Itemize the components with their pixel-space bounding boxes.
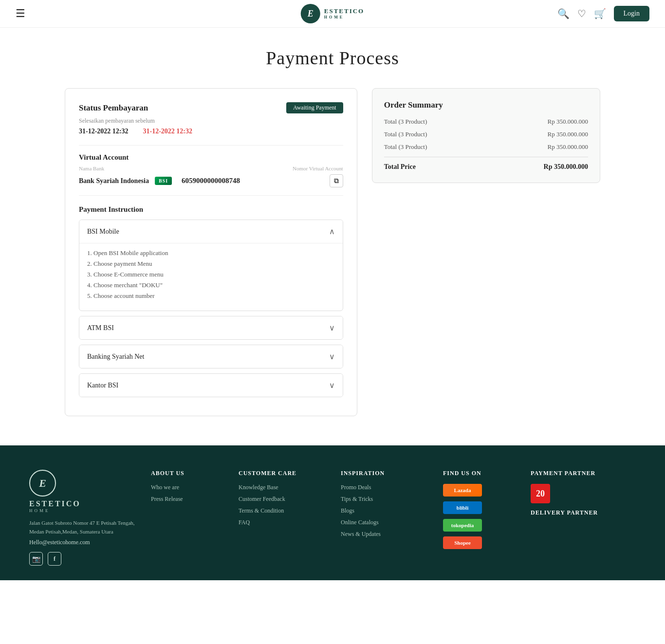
footer-address: Jalan Gatot Subroto Nomor 47 E Petisah T…	[29, 519, 136, 536]
va-label-number: Nomor Virtual Account	[293, 166, 343, 171]
accordion-atm-bsi: ATM BSI ∨	[79, 316, 343, 340]
va-label-bank: Nama Bank	[79, 166, 104, 171]
va-row: Bank Syariah Indonesia BSI 6059000000008…	[79, 174, 343, 187]
deadline-end: 31-12-2022 12:32	[143, 128, 193, 135]
chevron-down-icon-2: ∨	[329, 352, 335, 361]
footer-partners: Payment Partner 20 Delivery Partner	[531, 470, 604, 566]
va-labels: Nama Bank Nomor Virtual Account	[79, 166, 343, 171]
chevron-down-icon: ∨	[329, 323, 335, 332]
accordion-banking-syariah: Banking Syariah Net ∨	[79, 345, 343, 368]
status-subtitle: Selesaikan pembayaran sebelum	[79, 117, 343, 125]
order-summary-panel: Order Summary Total (3 Product) Rp 350.0…	[372, 88, 600, 183]
hamburger-icon[interactable]: ☰	[16, 7, 25, 20]
footer-link-tips-tricks[interactable]: Tips & Tricks	[341, 496, 428, 503]
site-footer: E ESTETICO HOME Jalan Gatot Subroto Nomo…	[0, 445, 665, 580]
payment-partner-logo: 20	[531, 484, 550, 503]
cart-icon[interactable]: 🛒	[594, 8, 606, 19]
step-4: 4. Choose merchant "DOKU"	[87, 281, 335, 289]
accordion-bsi-mobile: BSI Mobile ∧ 1. Open BSI Mobile applicat…	[79, 220, 343, 311]
order-total-row: Total Price Rp 350.000.000	[384, 163, 588, 171]
tokopedia-marketplace[interactable]: tokopedia	[443, 519, 516, 532]
footer-link-blogs[interactable]: Blogs	[341, 507, 428, 515]
accordion-bsi-mobile-body: 1. Open BSI Mobile application 2. Choose…	[79, 243, 343, 311]
logo-text: ESTETICO HOME	[324, 7, 364, 19]
bsi-logo: BSI	[155, 177, 172, 185]
divider-1	[79, 145, 343, 146]
logo-area[interactable]: E ESTETICO HOME	[301, 4, 364, 23]
footer-link-knowledge-base[interactable]: Knowledge Base	[239, 484, 326, 491]
instruction-title: Payment Instruction	[79, 205, 343, 214]
footer-about: ABOUT US Who we are Press Release	[151, 470, 224, 566]
va-title: Virtual Account	[79, 153, 343, 162]
wishlist-icon[interactable]: ♡	[577, 8, 586, 19]
order-row-3-label: Total (3 Product)	[384, 143, 427, 151]
footer-logo-sub: HOME	[29, 508, 136, 513]
accordion-bsi-mobile-label: BSI Mobile	[87, 228, 119, 236]
status-header: Status Pembayaran Awaiting Payment	[79, 102, 343, 113]
status-title: Status Pembayaran	[79, 103, 148, 113]
step-1: 1. Open BSI Mobile application	[87, 249, 335, 257]
footer-delivery-partner-title: Delivery Partner	[531, 509, 604, 516]
footer-link-press-release[interactable]: Press Release	[151, 496, 224, 503]
header-left: ☰	[16, 7, 25, 20]
accordion-atm-bsi-label: ATM BSI	[87, 324, 114, 332]
footer-link-customer-feedback[interactable]: Customer Feedback	[239, 496, 326, 503]
payment-layout: Status Pembayaran Awaiting Payment Seles…	[65, 88, 600, 416]
accordion-atm-bsi-header[interactable]: ATM BSI ∨	[79, 316, 343, 339]
shopee-marketplace[interactable]: Shopee	[443, 536, 516, 549]
instagram-icon[interactable]: 📷	[29, 552, 43, 566]
login-button[interactable]: Login	[614, 6, 649, 21]
footer-find-title: FIND US ON	[443, 470, 516, 477]
order-total-label: Total Price	[384, 163, 416, 171]
blibli-marketplace[interactable]: blibli	[443, 501, 516, 514]
footer-about-title: ABOUT US	[151, 470, 224, 477]
bsi-mobile-steps: 1. Open BSI Mobile application 2. Choose…	[87, 249, 335, 300]
footer-grid: E ESTETICO HOME Jalan Gatot Subroto Nomo…	[29, 470, 636, 566]
order-row-2-label: Total (3 Product)	[384, 130, 427, 138]
accordion-kantor-bsi-header[interactable]: Kantor BSI ∨	[79, 374, 343, 397]
chevron-up-icon: ∧	[329, 227, 335, 236]
footer-email: Hello@esteticohome.com	[29, 539, 136, 546]
va-number: 6059000000008748	[182, 177, 240, 185]
tokopedia-logo: tokopedia	[443, 519, 482, 532]
accordion-bsi-mobile-header[interactable]: BSI Mobile ∧	[79, 220, 343, 243]
lazada-marketplace[interactable]: Lazada	[443, 484, 516, 497]
order-row-2: Total (3 Product) Rp 350.000.000	[384, 130, 588, 138]
order-row-3: Total (3 Product) Rp 350.000.000	[384, 143, 588, 151]
step-2: 2. Choose payment Menu	[87, 260, 335, 268]
search-icon[interactable]: 🔍	[557, 8, 570, 19]
order-row-2-value: Rp 350.000.000	[548, 130, 588, 138]
footer-inspiration-title: INSPIRATION	[341, 470, 428, 477]
footer-payment-partner-title: Payment Partner	[531, 470, 604, 477]
payment-panel: Status Pembayaran Awaiting Payment Seles…	[65, 88, 357, 416]
footer-link-terms-condition[interactable]: Terms & Condition	[239, 507, 326, 515]
footer-care: CUSTOMER CARE Knowledge Base Customer Fe…	[239, 470, 326, 566]
footer-link-who-we-are[interactable]: Who we are	[151, 484, 224, 491]
order-row-1: Total (3 Product) Rp 350.000.000	[384, 118, 588, 126]
order-row-1-label: Total (3 Product)	[384, 118, 427, 126]
divider-2	[79, 195, 343, 196]
footer-link-news-updates[interactable]: News & Updates	[341, 531, 428, 538]
order-row-1-value: Rp 350.000.000	[548, 118, 588, 126]
status-badge: Awaiting Payment	[286, 102, 343, 113]
footer-inspiration: INSPIRATION Promo Deals Tips & Tricks Bl…	[341, 470, 428, 566]
copy-button[interactable]: ⧉	[330, 174, 343, 187]
step-3: 3. Choose E-Commerce menu	[87, 271, 335, 278]
accordion-kantor-bsi: Kantor BSI ∨	[79, 373, 343, 397]
chevron-down-icon-3: ∨	[329, 381, 335, 390]
site-header: ☰ E ESTETICO HOME 🔍 ♡ 🛒 Login	[0, 0, 665, 28]
footer-link-promo-deals[interactable]: Promo Deals	[341, 484, 428, 491]
deadline-row: 31-12-2022 12:32 31-12-2022 12:32	[79, 128, 343, 135]
accordion-banking-syariah-header[interactable]: Banking Syariah Net ∨	[79, 345, 343, 368]
page-title: Payment Process	[29, 47, 636, 69]
footer-logo-name: ESTETICO	[29, 499, 136, 508]
deadline-start: 31-12-2022 12:32	[79, 128, 129, 135]
footer-care-title: CUSTOMER CARE	[239, 470, 326, 477]
accordion-banking-syariah-label: Banking Syariah Net	[87, 353, 144, 361]
facebook-icon[interactable]: f	[48, 552, 61, 566]
order-divider	[384, 157, 588, 157]
footer-link-faq[interactable]: FAQ	[239, 519, 326, 526]
accordion-kantor-bsi-label: Kantor BSI	[87, 382, 118, 389]
main-content: Payment Process Status Pembayaran Awaiti…	[0, 28, 665, 445]
footer-link-online-catalogs[interactable]: Online Catalogs	[341, 519, 428, 526]
